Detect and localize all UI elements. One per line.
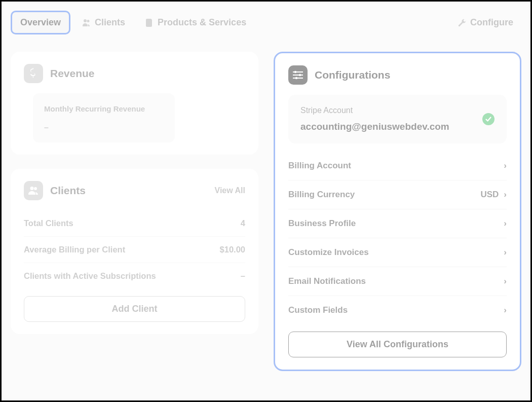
config-title: Configurations <box>315 69 390 81</box>
config-customize-invoices-label: Customize Invoices <box>288 247 369 258</box>
chevron-right-icon: › <box>504 305 507 315</box>
tab-clients-label: Clients <box>95 17 125 28</box>
svg-point-5 <box>295 77 297 79</box>
stripe-email: accounting@geniuswebdev.com <box>300 121 475 132</box>
clients-card: Clients View All Total Clients 4 Average… <box>11 169 258 334</box>
mrr-label: Monthly Recurring Revenue <box>44 103 164 114</box>
config-email-notifications-label: Email Notifications <box>288 276 366 286</box>
chevron-right-icon: › <box>504 190 507 200</box>
stat-avg-billing: Average Billing per Client $10.00 <box>24 236 245 263</box>
config-billing-account-label: Billing Account <box>288 161 351 171</box>
chevron-right-icon: › <box>504 161 507 171</box>
config-business-profile[interactable]: Business Profile › <box>288 209 507 238</box>
stat-active-subs: Clients with Active Subscriptions – <box>24 263 245 289</box>
svg-point-4 <box>299 74 301 76</box>
revenue-card: Revenue Monthly Recurring Revenue – <box>11 52 258 155</box>
tab-products[interactable]: Products & Services <box>137 12 254 33</box>
products-icon <box>145 19 154 27</box>
clients-icon <box>83 19 91 27</box>
stat-total-clients: Total Clients 4 <box>24 210 245 236</box>
stat-avg-value: $10.00 <box>220 245 245 254</box>
svg-rect-1 <box>293 75 303 76</box>
clients-view-all[interactable]: View All <box>215 186 245 195</box>
stripe-label: Stripe Account <box>300 106 475 115</box>
svg-rect-2 <box>293 78 303 79</box>
config-billing-account[interactable]: Billing Account › <box>288 152 507 180</box>
mrr-value: – <box>44 123 164 132</box>
mrr-card: Monthly Recurring Revenue – <box>33 93 175 142</box>
config-email-notifications[interactable]: Email Notifications › <box>288 267 507 296</box>
check-icon <box>482 113 495 125</box>
config-business-profile-label: Business Profile <box>288 218 356 229</box>
tab-overview[interactable]: Overview <box>11 11 70 34</box>
dollar-icon <box>24 64 43 83</box>
tab-products-label: Products & Services <box>158 17 246 28</box>
config-billing-currency-label: Billing Currency <box>288 190 355 200</box>
stat-active-value: – <box>241 271 245 281</box>
add-client-button[interactable]: Add Client <box>24 296 245 322</box>
tab-clients[interactable]: Clients <box>74 12 133 33</box>
config-billing-currency-value: USD <box>480 190 499 200</box>
tab-overview-label: Overview <box>20 17 61 28</box>
nav-tabs: Overview Clients Products & Services Con… <box>11 11 521 34</box>
config-icon <box>288 65 308 85</box>
stat-total-value: 4 <box>241 218 245 228</box>
wrench-icon <box>458 19 466 27</box>
view-all-configurations-button[interactable]: View All Configurations <box>288 332 507 357</box>
svg-point-3 <box>294 71 296 73</box>
stripe-account-box[interactable]: Stripe Account accounting@geniuswebdev.c… <box>288 95 507 143</box>
config-customize-invoices[interactable]: Customize Invoices › <box>288 238 507 267</box>
chevron-right-icon: › <box>504 247 507 258</box>
configure-label: Configure <box>470 17 513 28</box>
chevron-right-icon: › <box>504 218 507 229</box>
config-billing-currency[interactable]: Billing Currency USD › <box>288 180 507 209</box>
clients-card-title: Clients <box>50 185 86 197</box>
chevron-right-icon: › <box>504 276 507 286</box>
stat-total-label: Total Clients <box>24 218 73 228</box>
stat-avg-label: Average Billing per Client <box>24 245 125 254</box>
revenue-title: Revenue <box>50 67 95 80</box>
stat-active-label: Clients with Active Subscriptions <box>24 271 156 281</box>
clients-icon-box <box>24 181 43 200</box>
config-custom-fields[interactable]: Custom Fields › <box>288 296 507 324</box>
config-custom-fields-label: Custom Fields <box>288 305 348 315</box>
configure-link[interactable]: Configure <box>450 12 521 33</box>
configurations-card: Configurations Stripe Account accounting… <box>274 52 521 371</box>
